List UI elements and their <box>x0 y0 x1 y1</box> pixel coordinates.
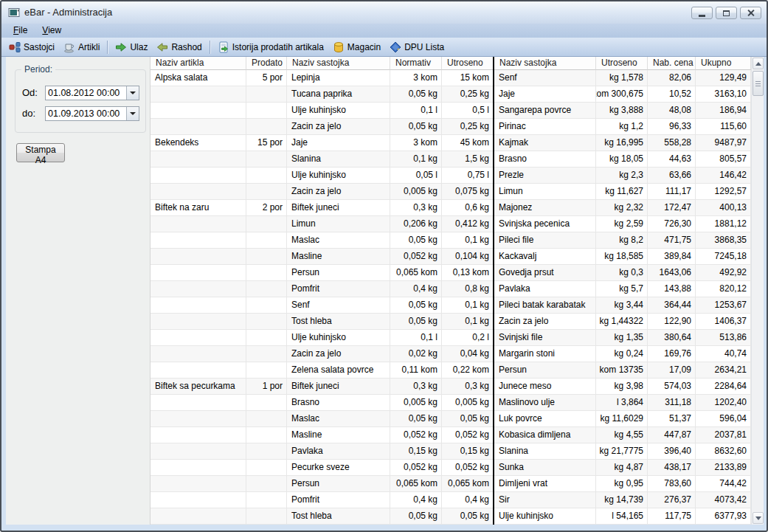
table-row[interactable]: Govedja prsut0,3 kg1643,06492,92 <box>494 265 751 281</box>
table-row[interactable]: Pileci batak karabatak3,44 kg364,441253,… <box>494 297 751 314</box>
table-row[interactable]: Persun0,065 kom0,065 kom <box>151 476 493 492</box>
toolbar-button-magacin[interactable]: Magacin <box>328 40 385 55</box>
table-row[interactable]: Alpska salata5 porLepinja3 kom15 kom <box>151 70 493 86</box>
table-row[interactable]: Brasno0,005 kg0,005 kg <box>151 395 493 411</box>
table-row[interactable]: Maslac0,05 kg0,1 kg <box>151 232 493 249</box>
table-row[interactable]: Kackavalj18,585 kg389,847245,18 <box>494 249 751 265</box>
toolbar-button-artikli[interactable]: Artikli <box>59 40 104 55</box>
title-bar[interactable]: eBar - Administracija <box>1 1 767 24</box>
column-header-nab-cena[interactable]: Nab. cena <box>648 57 696 70</box>
date-from-dropdown-button[interactable] <box>126 86 139 100</box>
table-row[interactable]: Zelena salata povrce0,11 kom0,22 kom <box>151 362 493 379</box>
table-row[interactable]: Junece meso3,98 kg574,032284,64 <box>494 379 751 395</box>
toolbar-button-label: Istorija prodatih artikala <box>232 42 324 52</box>
scrollbar-thumb[interactable] <box>753 71 764 96</box>
table-row[interactable]: Majonez2,32 kg172,47400,13 <box>494 200 751 216</box>
table-cell: 0,065 kom <box>442 476 493 492</box>
table-row[interactable]: Margarin stoni0,24 kg169,7640,74 <box>494 346 751 362</box>
table-row[interactable]: Pavlaka0,15 kg0,15 kg <box>151 443 493 460</box>
menu-file[interactable]: File <box>7 24 33 37</box>
scroll-up-button[interactable] <box>753 58 764 69</box>
menu-view[interactable]: View <box>36 24 67 37</box>
toolbar-button-sastojci[interactable]: Sastojci <box>4 40 59 55</box>
scroll-down-button[interactable] <box>753 512 764 524</box>
column-header-utroseno[interactable]: Utroseno <box>596 57 648 70</box>
table-row[interactable]: Tost hleba0,05 kg0,1 kg <box>151 314 493 330</box>
table-row[interactable]: Sunka4,87 kg438,172133,89 <box>494 460 751 476</box>
table-cell: 111,17 <box>648 184 696 200</box>
table-cell: 2,3 kg <box>596 167 648 184</box>
table-row[interactable]: Bekendeks15 porJaje3 kom45 kom <box>151 135 493 151</box>
column-header-naziv-artikla[interactable]: Naziv artikla <box>151 57 246 70</box>
table-row[interactable]: Tost hleba0,05 kg0,05 kg <box>151 508 493 525</box>
table-row[interactable]: Prezle2,3 kg63,66146,42 <box>494 167 751 184</box>
table-row[interactable]: Zacin za jelo0,005 kg0,075 kg <box>151 184 493 200</box>
column-header-naziv-sastojka[interactable]: Naziv sastojka <box>287 57 390 70</box>
table-cell: 10,52 <box>648 86 696 103</box>
date-to-dropdown-button[interactable] <box>126 107 139 120</box>
column-header-naziv-sastojka[interactable]: Naziv sastojka <box>494 57 596 70</box>
table-row[interactable]: Zacin za jelo0,02 kg0,04 kg <box>151 346 493 362</box>
column-header-ukupno[interactable]: Ukupno <box>696 57 751 70</box>
minimize-button[interactable] <box>691 7 713 19</box>
table-row[interactable]: Sangarepa povrce3,888 kg48,08186,94 <box>494 103 751 119</box>
table-row[interactable]: Masline0,052 kg0,052 kg <box>151 427 493 443</box>
table-row[interactable]: Pomfrit0,4 kg0,8 kg <box>151 281 493 297</box>
toolbar-button-ulaz[interactable]: Ulaz <box>111 40 152 55</box>
table-row[interactable]: Luk povrce11,6029 kg51,37596,04 <box>494 411 751 427</box>
table-row[interactable]: Zacin za jelo0,05 kg0,25 kg <box>151 119 493 135</box>
table-row[interactable]: Svinjska pecenica2,59 kg726,301881,12 <box>494 216 751 232</box>
table-row[interactable]: Jaje300,675 kom10,523163,10 <box>494 86 751 103</box>
table-row[interactable]: Kajmak16,995 kg558,289487,97 <box>494 135 751 151</box>
table-row[interactable]: Slanina21,7775 kg396,408632,60 <box>494 443 751 460</box>
table-row[interactable]: Ulje kuhinjsko0,1 l0,2 l <box>151 330 493 346</box>
table-cell <box>246 216 287 232</box>
toolbar-button-dpu-lista[interactable]: DPU Lista <box>385 40 449 55</box>
table-row[interactable]: Biftek na zaru2 porBiftek juneci0,3 kg0,… <box>151 200 493 216</box>
toolbar-button-istorija[interactable]: Istorija prodatih artikala <box>213 40 328 55</box>
table-cell <box>246 184 287 200</box>
table-row[interactable]: Masline0,052 kg0,104 kg <box>151 249 493 265</box>
table-cell: 0,8 kg <box>442 281 493 297</box>
date-from-combo[interactable]: 01.08.2012 00:00 <box>45 86 139 100</box>
table-row[interactable]: Tucana paprika0,05 kg0,25 kg <box>151 86 493 103</box>
table-row[interactable]: Persun13735 kom17,092634,21 <box>494 362 751 379</box>
table-cell: 17,09 <box>648 362 696 379</box>
app-icon <box>8 7 20 18</box>
toolbar-button-rashod[interactable]: Rashod <box>152 40 206 55</box>
date-to-combo[interactable]: 01.09.2013 00:00 <box>45 106 139 121</box>
close-button[interactable] <box>740 7 761 19</box>
table-row[interactable]: Senf1,578 kg82,06129,49 <box>494 70 751 86</box>
table-row[interactable]: Sir14,739 kg276,374073,42 <box>494 492 751 508</box>
table-row[interactable]: Persun0,065 kom0,13 kom <box>151 265 493 281</box>
document-arrow-icon <box>218 41 229 53</box>
table-row[interactable]: Kobasica dimljena4,55 kg447,872037,81 <box>494 427 751 443</box>
table-row[interactable]: Pecurke sveze0,052 kg0,052 kg <box>151 460 493 476</box>
table-row[interactable]: Zacin za jelo1,44322 kg122,901406,37 <box>494 314 751 330</box>
maximize-button[interactable] <box>716 7 737 19</box>
table-row[interactable]: Pirinac1,2 kg96,33115,60 <box>494 119 751 135</box>
table-row[interactable]: Pileci file8,2 kg471,753868,35 <box>494 232 751 249</box>
vertical-scrollbar[interactable] <box>751 57 764 525</box>
stampa-a4-button[interactable]: Stampa A4 <box>16 143 65 162</box>
table-row[interactable]: Slanina0,1 kg1,5 kg <box>151 151 493 167</box>
table-row[interactable]: Svinjski file1,35 kg380,64513,86 <box>494 330 751 346</box>
table-row[interactable]: Senf0,05 kg0,1 kg <box>151 297 493 314</box>
table-row[interactable]: Ulje kuhinjsko0,05 l0,75 l <box>151 167 493 184</box>
table-row[interactable]: Biftek sa pecurkama1 porBiftek juneci0,3… <box>151 379 493 395</box>
table-row[interactable]: Maslac0,05 kg0,05 kg <box>151 411 493 427</box>
table-row[interactable]: Dimljeni vrat0,95 kg783,60744,42 <box>494 476 751 492</box>
table-row[interactable]: Maslinovo ulje3,864 l311,181202,40 <box>494 395 751 411</box>
table-row[interactable]: Pomfrit0,4 kg0,4 kg <box>151 492 493 508</box>
column-header-normativ[interactable]: Normativ <box>390 57 442 70</box>
table-row[interactable]: Limun11,627 kg111,171292,57 <box>494 184 751 200</box>
table-row[interactable]: Limun0,206 kg0,412 kg <box>151 216 493 232</box>
table-row[interactable]: Ulje kuhinjsko0,1 l0,5 l <box>151 103 493 119</box>
table-row[interactable]: Brasno18,05 kg44,63805,57 <box>494 151 751 167</box>
table-cell: 0,05 kg <box>390 297 442 314</box>
column-header-utroseno[interactable]: Utroseno <box>442 57 493 70</box>
table-row[interactable]: Ulje kuhinjsko54,165 l117,756377,93 <box>494 508 751 525</box>
table-cell: Alpska salata <box>151 70 246 86</box>
table-row[interactable]: Pavlaka5,7 kg143,88820,12 <box>494 281 751 297</box>
column-header-prodato[interactable]: Prodato <box>246 57 287 70</box>
